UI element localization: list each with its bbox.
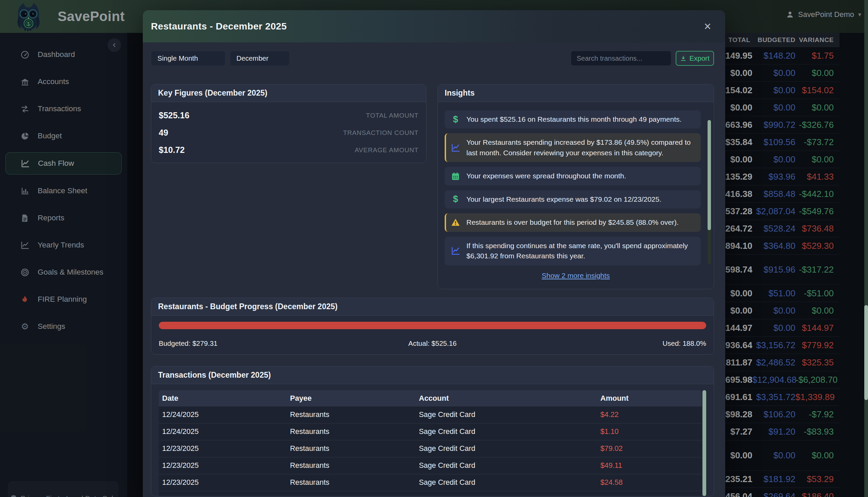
key-figure-value: $525.16	[159, 111, 189, 120]
transactions-body: Date Payee Account Amount 12/24/2025Rest…	[151, 384, 714, 496]
tx-date-cell: 12/23/2025	[159, 462, 286, 470]
insight-item: Your expenses were spread throughout the…	[445, 167, 701, 185]
dollar-icon: $	[451, 115, 460, 124]
screen: $ SavePoint SavePoint Demo ▾ DashboardAc…	[0, 0, 868, 497]
insight-text: Restaurants is over budget for this peri…	[466, 217, 679, 227]
transactions-panel: Transactions (December 2025) Date Payee …	[151, 366, 714, 496]
tx-date-cell: 12/24/2025	[159, 411, 286, 419]
insights-scrollbar-thumb[interactable]	[708, 120, 711, 230]
key-figures-title: Key Figures (December 2025)	[158, 88, 267, 97]
tx-account-cell: Sage Credit Card	[416, 478, 597, 487]
chart-line-icon	[451, 246, 460, 256]
tx-amount-cell: $4.22	[597, 411, 702, 419]
tx-account-cell: Sage Credit Card	[416, 444, 597, 453]
insight-item: $Your largest Restaurants expense was $7…	[445, 190, 701, 209]
key-figures-panel: Key Figures (December 2025) $525.16TOTAL…	[151, 84, 426, 163]
tx-payee-cell: Restaurants	[286, 444, 416, 453]
tx-amount-cell: $49.11	[597, 462, 702, 470]
tx-account-cell: Sage Credit Card	[416, 462, 597, 470]
tx-payee-cell: Restaurants	[286, 411, 416, 419]
modal-body: Single Month December Export Key Figures…	[143, 42, 725, 496]
page-scrollbar-thumb[interactable]	[864, 305, 868, 400]
tx-payee-cell: Restaurants	[286, 462, 416, 470]
insight-item: If this spending continues at the same r…	[445, 237, 701, 266]
key-figures-header: Key Figures (December 2025)	[151, 84, 426, 102]
warning-icon	[451, 218, 460, 227]
filter-controls: Single Month December Export	[151, 51, 714, 66]
modal-header: Restaurants - December 2025	[143, 10, 725, 42]
budget-progress-labels: Budgeted: $279.31 Actual: $525.16 Used: …	[159, 339, 706, 347]
budget-progress-panel: Restaurants - Budget Progress (December …	[151, 298, 714, 355]
budget-progress-track	[159, 322, 706, 329]
col-header-date: Date	[159, 394, 286, 403]
insight-text: Your expenses were spread throughout the…	[466, 171, 626, 181]
insight-item: $You spent $525.16 on Restaurants this m…	[445, 110, 701, 128]
insight-text: You spent $525.16 on Restaurants this mo…	[466, 114, 682, 124]
col-header-amount: Amount	[597, 394, 702, 403]
key-figure-row: $10.72AVERAGE AMOUNT	[159, 141, 419, 159]
used-label: Used: 188.0%	[524, 339, 706, 347]
key-figure-label: AVERAGE AMOUNT	[355, 146, 419, 154]
table-row-partial	[159, 491, 702, 496]
key-figure-row: $525.16TOTAL AMOUNT	[159, 107, 419, 124]
calendar-icon	[451, 172, 460, 181]
actual-label: Actual: $525.16	[341, 339, 524, 347]
page-scrollbar[interactable]	[864, 0, 868, 497]
budget-progress-title: Restaurants - Budget Progress (December …	[158, 302, 337, 311]
download-icon	[680, 55, 687, 62]
tx-account-cell: Sage Credit Card	[416, 427, 597, 436]
table-row[interactable]: 12/24/2025RestaurantsSage Credit Card$1.…	[159, 423, 702, 440]
key-figures-body: $525.16TOTAL AMOUNT49TRANSACTION COUNT$1…	[151, 102, 426, 164]
budget-progress-header: Restaurants - Budget Progress (December …	[151, 298, 714, 316]
tx-date-cell: 12/23/2025	[159, 444, 286, 453]
transactions-table: Date Payee Account Amount 12/24/2025Rest…	[159, 390, 706, 496]
transactions-title: Transactions (December 2025)	[158, 371, 271, 379]
category-detail-modal: Restaurants - December 2025 × Single Mon…	[143, 10, 725, 497]
transactions-table-header: Date Payee Account Amount	[159, 390, 702, 406]
tx-payee-cell: Restaurants	[286, 478, 416, 487]
month-select[interactable]: December	[230, 51, 290, 66]
modal-title: Restaurants - December 2025	[151, 21, 286, 32]
close-icon[interactable]: ×	[700, 19, 715, 34]
transactions-scrollbar[interactable]	[702, 390, 706, 496]
insight-text: If this spending continues at the same r…	[466, 241, 695, 261]
insights-title: Insights	[445, 88, 475, 97]
col-header-payee: Payee	[286, 394, 416, 403]
table-row[interactable]: 12/23/2025RestaurantsSage Credit Card$79…	[159, 440, 702, 457]
export-button[interactable]: Export	[676, 51, 714, 66]
tx-amount-cell: $1.10	[597, 427, 702, 436]
table-row[interactable]: 12/23/2025RestaurantsSage Credit Card$24…	[159, 474, 702, 491]
transactions-header: Transactions (December 2025)	[151, 367, 714, 384]
budget-progress-fill	[159, 322, 706, 329]
insight-text: Your Restaurants spending increased by $…	[466, 137, 695, 158]
insights-list: $You spent $525.16 on Restaurants this m…	[438, 102, 714, 266]
table-row[interactable]: 12/23/2025RestaurantsSage Credit Card$49…	[159, 457, 702, 474]
tx-account-cell: Sage Credit Card	[416, 411, 597, 419]
summary-grid: Key Figures (December 2025) $525.16TOTAL…	[151, 84, 714, 289]
key-figure-label: TOTAL AMOUNT	[366, 112, 419, 119]
key-figure-label: TRANSACTION COUNT	[343, 129, 419, 137]
period-select[interactable]: Single Month	[151, 51, 225, 66]
insights-scrollbar[interactable]	[708, 120, 711, 264]
transactions-rows: 12/24/2025RestaurantsSage Credit Card$4.…	[159, 406, 702, 491]
tx-date-cell: 12/23/2025	[159, 478, 286, 487]
key-figure-value: 49	[159, 128, 168, 138]
tx-date-cell: 12/24/2025	[159, 427, 286, 436]
key-figure-row: 49TRANSACTION COUNT	[159, 124, 419, 141]
insights-header: Insights	[438, 84, 714, 102]
insight-text: Your largest Restaurants expense was $79…	[466, 194, 661, 204]
dollar-icon: $	[451, 195, 460, 204]
insight-item: Restaurants is over budget for this peri…	[445, 213, 701, 231]
table-row[interactable]: 12/24/2025RestaurantsSage Credit Card$4.…	[159, 406, 702, 423]
key-figure-value: $10.72	[159, 145, 184, 155]
insight-item: Your Restaurants spending increased by $…	[445, 133, 701, 162]
tx-payee-cell: Restaurants	[286, 427, 416, 436]
chart-line-icon	[451, 143, 460, 153]
show-more-insights-link[interactable]: Show 2 more insights	[438, 272, 714, 280]
col-header-account: Account	[416, 394, 597, 403]
search-input[interactable]	[571, 51, 671, 66]
insights-panel: Insights $You spent $525.16 on Restauran…	[437, 84, 714, 289]
budgeted-label: Budgeted: $279.31	[159, 339, 341, 347]
export-button-label: Export	[689, 54, 709, 62]
budget-progress-body: Budgeted: $279.31 Actual: $525.16 Used: …	[151, 316, 714, 354]
